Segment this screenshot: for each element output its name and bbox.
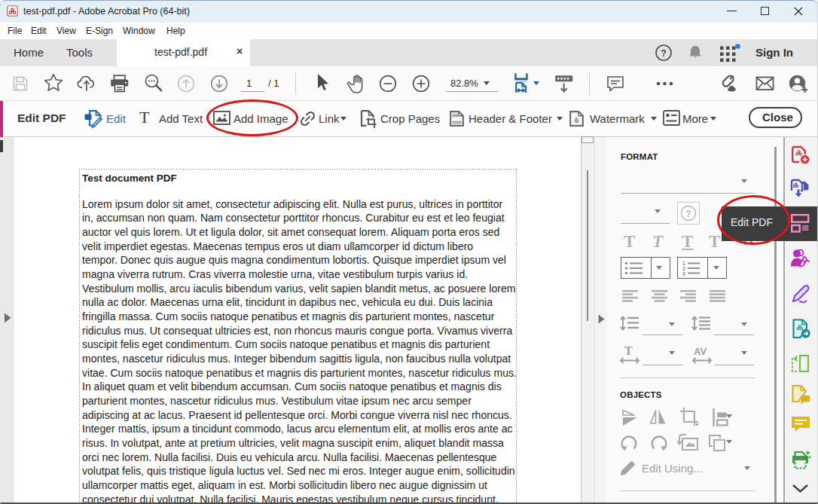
svg-text:?: ? bbox=[661, 47, 667, 59]
svg-text:1: 1 bbox=[682, 261, 685, 266]
svg-text:2: 2 bbox=[682, 266, 685, 271]
svg-text:3: 3 bbox=[682, 271, 685, 276]
svg-text:?: ? bbox=[685, 209, 691, 219]
svg-text:AV: AV bbox=[694, 346, 707, 357]
svg-text:T: T bbox=[624, 345, 633, 357]
